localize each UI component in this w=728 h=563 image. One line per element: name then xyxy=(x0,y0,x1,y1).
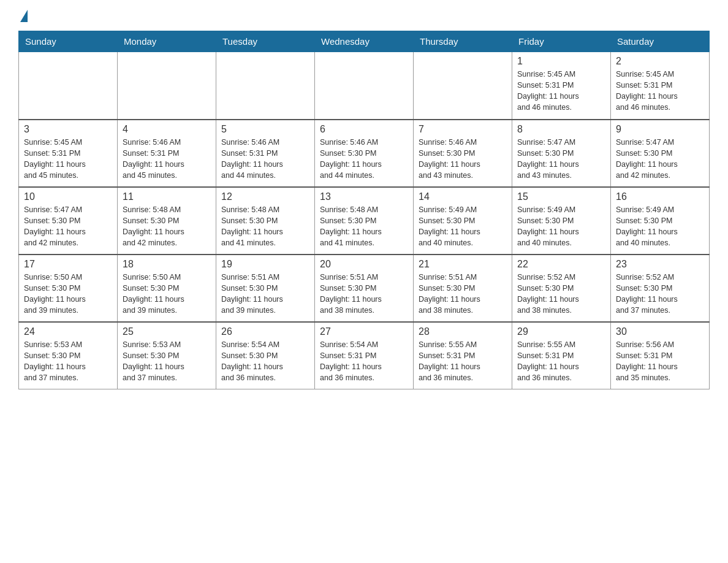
calendar-cell: 3Sunrise: 5:45 AMSunset: 5:31 PMDaylight… xyxy=(19,120,118,187)
day-info: Sunrise: 5:52 AMSunset: 5:30 PMDaylight:… xyxy=(616,272,704,316)
day-info: Sunrise: 5:54 AMSunset: 5:31 PMDaylight:… xyxy=(320,339,408,384)
day-info: Sunrise: 5:46 AMSunset: 5:30 PMDaylight:… xyxy=(419,137,507,182)
day-info: Sunrise: 5:45 AMSunset: 5:31 PMDaylight:… xyxy=(24,137,112,182)
calendar-cell: 17Sunrise: 5:50 AMSunset: 5:30 PMDayligh… xyxy=(19,255,118,322)
calendar-cell: 12Sunrise: 5:48 AMSunset: 5:30 PMDayligh… xyxy=(216,187,315,255)
calendar-cell: 24Sunrise: 5:53 AMSunset: 5:30 PMDayligh… xyxy=(19,322,118,389)
calendar-cell: 20Sunrise: 5:51 AMSunset: 5:30 PMDayligh… xyxy=(315,255,414,322)
calendar-cell: 28Sunrise: 5:55 AMSunset: 5:31 PMDayligh… xyxy=(414,322,512,389)
day-info: Sunrise: 5:46 AMSunset: 5:30 PMDaylight:… xyxy=(320,137,408,182)
calendar-cell: 18Sunrise: 5:50 AMSunset: 5:30 PMDayligh… xyxy=(118,255,216,322)
calendar-cell: 5Sunrise: 5:46 AMSunset: 5:31 PMDaylight… xyxy=(216,120,315,187)
logo-general-text xyxy=(18,12,28,22)
day-info: Sunrise: 5:49 AMSunset: 5:30 PMDaylight:… xyxy=(517,204,605,249)
calendar-cell: 29Sunrise: 5:55 AMSunset: 5:31 PMDayligh… xyxy=(512,322,611,389)
day-number: 21 xyxy=(419,259,507,270)
day-number: 23 xyxy=(616,259,704,270)
week-row-3: 10Sunrise: 5:47 AMSunset: 5:30 PMDayligh… xyxy=(19,187,710,255)
day-number: 9 xyxy=(616,124,704,135)
day-info: Sunrise: 5:47 AMSunset: 5:30 PMDaylight:… xyxy=(616,137,704,182)
calendar-cell: 19Sunrise: 5:51 AMSunset: 5:30 PMDayligh… xyxy=(216,255,315,322)
day-info: Sunrise: 5:50 AMSunset: 5:30 PMDaylight:… xyxy=(24,272,112,316)
day-number: 25 xyxy=(123,326,211,337)
day-info: Sunrise: 5:48 AMSunset: 5:30 PMDaylight:… xyxy=(123,204,211,249)
day-info: Sunrise: 5:46 AMSunset: 5:31 PMDaylight:… xyxy=(123,137,211,182)
day-number: 18 xyxy=(123,259,211,270)
calendar-cell: 15Sunrise: 5:49 AMSunset: 5:30 PMDayligh… xyxy=(512,187,611,255)
day-info: Sunrise: 5:55 AMSunset: 5:31 PMDaylight:… xyxy=(517,339,605,384)
calendar-cell: 7Sunrise: 5:46 AMSunset: 5:30 PMDaylight… xyxy=(414,120,512,187)
day-number: 28 xyxy=(419,326,507,337)
day-number: 8 xyxy=(517,124,605,135)
logo xyxy=(18,12,28,21)
day-info: Sunrise: 5:45 AMSunset: 5:31 PMDaylight:… xyxy=(616,69,704,113)
day-number: 17 xyxy=(24,259,112,270)
day-number: 3 xyxy=(24,124,112,135)
calendar-cell xyxy=(216,52,315,120)
day-number: 30 xyxy=(616,326,704,337)
calendar-cell: 16Sunrise: 5:49 AMSunset: 5:30 PMDayligh… xyxy=(611,187,710,255)
day-info: Sunrise: 5:48 AMSunset: 5:30 PMDaylight:… xyxy=(221,204,309,249)
day-info: Sunrise: 5:53 AMSunset: 5:30 PMDaylight:… xyxy=(24,339,112,384)
calendar-cell xyxy=(118,52,216,120)
day-number: 27 xyxy=(320,326,408,337)
page-header xyxy=(18,12,710,21)
day-number: 7 xyxy=(419,124,507,135)
week-row-4: 17Sunrise: 5:50 AMSunset: 5:30 PMDayligh… xyxy=(19,255,710,322)
day-info: Sunrise: 5:51 AMSunset: 5:30 PMDaylight:… xyxy=(221,272,309,316)
day-info: Sunrise: 5:48 AMSunset: 5:30 PMDaylight:… xyxy=(320,204,408,249)
calendar-cell xyxy=(19,52,118,120)
calendar-cell: 13Sunrise: 5:48 AMSunset: 5:30 PMDayligh… xyxy=(315,187,414,255)
calendar-cell: 14Sunrise: 5:49 AMSunset: 5:30 PMDayligh… xyxy=(414,187,512,255)
day-number: 19 xyxy=(221,259,309,270)
day-info: Sunrise: 5:50 AMSunset: 5:30 PMDaylight:… xyxy=(123,272,211,316)
day-number: 11 xyxy=(123,191,211,202)
day-info: Sunrise: 5:49 AMSunset: 5:30 PMDaylight:… xyxy=(419,204,507,249)
day-number: 12 xyxy=(221,191,309,202)
calendar-cell xyxy=(315,52,414,120)
day-info: Sunrise: 5:51 AMSunset: 5:30 PMDaylight:… xyxy=(320,272,408,316)
day-info: Sunrise: 5:47 AMSunset: 5:30 PMDaylight:… xyxy=(24,204,112,249)
calendar-cell: 10Sunrise: 5:47 AMSunset: 5:30 PMDayligh… xyxy=(19,187,118,255)
weekday-header-thursday: Thursday xyxy=(414,31,512,52)
day-number: 20 xyxy=(320,259,408,270)
weekday-header-sunday: Sunday xyxy=(19,31,118,52)
weekday-header-friday: Friday xyxy=(512,31,611,52)
calendar-cell xyxy=(414,52,512,120)
day-number: 16 xyxy=(616,191,704,202)
calendar-cell: 30Sunrise: 5:56 AMSunset: 5:31 PMDayligh… xyxy=(611,322,710,389)
day-info: Sunrise: 5:54 AMSunset: 5:30 PMDaylight:… xyxy=(221,339,309,384)
day-number: 1 xyxy=(517,56,605,67)
day-number: 10 xyxy=(24,191,112,202)
week-row-2: 3Sunrise: 5:45 AMSunset: 5:31 PMDaylight… xyxy=(19,120,710,187)
calendar-cell: 2Sunrise: 5:45 AMSunset: 5:31 PMDaylight… xyxy=(611,52,710,120)
day-info: Sunrise: 5:53 AMSunset: 5:30 PMDaylight:… xyxy=(123,339,211,384)
weekday-header-tuesday: Tuesday xyxy=(216,31,315,52)
calendar-cell: 23Sunrise: 5:52 AMSunset: 5:30 PMDayligh… xyxy=(611,255,710,322)
day-number: 22 xyxy=(517,259,605,270)
calendar-cell: 25Sunrise: 5:53 AMSunset: 5:30 PMDayligh… xyxy=(118,322,216,389)
day-info: Sunrise: 5:51 AMSunset: 5:30 PMDaylight:… xyxy=(419,272,507,316)
calendar-cell: 8Sunrise: 5:47 AMSunset: 5:30 PMDaylight… xyxy=(512,120,611,187)
calendar-cell: 9Sunrise: 5:47 AMSunset: 5:30 PMDaylight… xyxy=(611,120,710,187)
day-number: 14 xyxy=(419,191,507,202)
calendar-cell: 4Sunrise: 5:46 AMSunset: 5:31 PMDaylight… xyxy=(118,120,216,187)
calendar-table: SundayMondayTuesdayWednesdayThursdayFrid… xyxy=(18,31,710,389)
day-info: Sunrise: 5:47 AMSunset: 5:30 PMDaylight:… xyxy=(517,137,605,182)
calendar-cell: 21Sunrise: 5:51 AMSunset: 5:30 PMDayligh… xyxy=(414,255,512,322)
day-number: 24 xyxy=(24,326,112,337)
day-number: 26 xyxy=(221,326,309,337)
week-row-5: 24Sunrise: 5:53 AMSunset: 5:30 PMDayligh… xyxy=(19,322,710,389)
calendar-cell: 26Sunrise: 5:54 AMSunset: 5:30 PMDayligh… xyxy=(216,322,315,389)
calendar-cell: 11Sunrise: 5:48 AMSunset: 5:30 PMDayligh… xyxy=(118,187,216,255)
weekday-header-saturday: Saturday xyxy=(611,31,710,52)
day-info: Sunrise: 5:55 AMSunset: 5:31 PMDaylight:… xyxy=(419,339,507,384)
calendar-cell: 6Sunrise: 5:46 AMSunset: 5:30 PMDaylight… xyxy=(315,120,414,187)
day-number: 4 xyxy=(123,124,211,135)
day-number: 2 xyxy=(616,56,704,67)
day-info: Sunrise: 5:46 AMSunset: 5:31 PMDaylight:… xyxy=(221,137,309,182)
day-number: 5 xyxy=(221,124,309,135)
weekday-header-row: SundayMondayTuesdayWednesdayThursdayFrid… xyxy=(19,31,710,52)
day-number: 6 xyxy=(320,124,408,135)
day-info: Sunrise: 5:49 AMSunset: 5:30 PMDaylight:… xyxy=(616,204,704,249)
